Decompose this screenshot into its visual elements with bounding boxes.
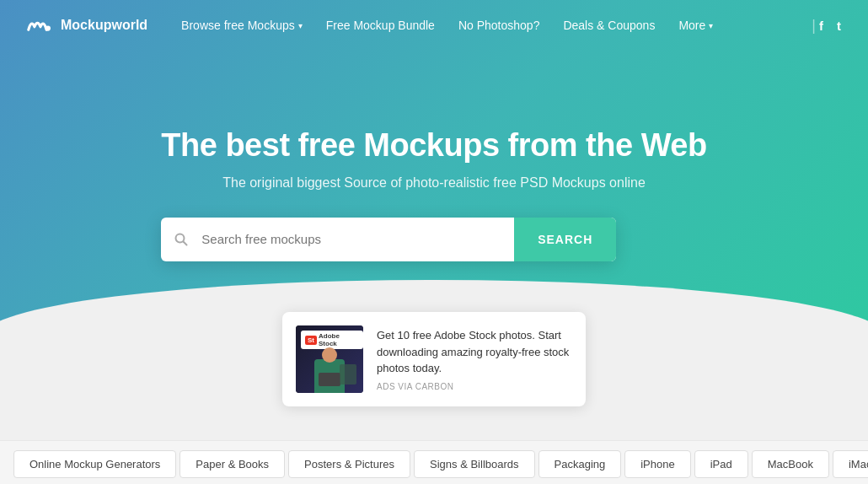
nav-no-photoshop[interactable]: No Photoshop?	[458, 19, 540, 32]
facebook-link[interactable]: f	[819, 19, 823, 33]
twitter-link[interactable]: t	[837, 19, 841, 33]
svg-line-2	[184, 241, 187, 245]
chevron-down-icon-more: ▾	[709, 21, 713, 30]
hero-subtitle: The original biggest Source of photo-rea…	[161, 175, 706, 191]
logo-icon	[27, 16, 54, 35]
nav-social: f t	[819, 19, 841, 33]
search-input[interactable]	[201, 232, 514, 246]
nav-mockup-bundle[interactable]: Free Mockup Bundle	[326, 19, 435, 32]
category-item[interactable]: iPhone	[624, 450, 690, 478]
category-item[interactable]: iMac	[833, 450, 868, 478]
ad-text-area: Get 10 free Adobe Stock photos. Start do…	[377, 327, 572, 391]
search-button[interactable]: SEARCH	[514, 218, 616, 261]
category-item[interactable]: Online Mockup Generators	[13, 450, 176, 478]
chevron-down-icon: ▾	[298, 21, 303, 30]
category-item[interactable]: Posters & Pictures	[288, 450, 410, 478]
category-item[interactable]: iPad	[694, 450, 748, 478]
search-icon	[161, 233, 201, 246]
nav-browse-mockups[interactable]: Browse free Mockups ▾	[181, 19, 303, 32]
nav-more[interactable]: More ▾	[678, 19, 713, 32]
category-item[interactable]: MacBook	[752, 450, 829, 478]
navbar: Mockupworld Browse free Mockups ▾ Free M…	[0, 0, 868, 51]
category-item[interactable]: Packaging	[538, 450, 622, 478]
hero-content: The best free Mockups from the Web The o…	[161, 102, 706, 261]
ad-card[interactable]: St Adobe Stock Get 10 free Adobe Stock p…	[282, 312, 586, 406]
ad-via: ADS VIA CARBON	[377, 382, 572, 391]
category-item[interactable]: Signs & Billboards	[414, 450, 535, 478]
search-bar: SEARCH	[161, 218, 616, 261]
hero-section: The best free Mockups from the Web The o…	[0, 0, 868, 363]
logo-text: Mockupworld	[61, 18, 147, 33]
category-item[interactable]: Paper & Books	[179, 450, 285, 478]
nav-deals-coupons[interactable]: Deals & Coupons	[563, 19, 655, 32]
logo-link[interactable]: Mockupworld	[27, 16, 147, 35]
ad-text: Get 10 free Adobe Stock photos. Start do…	[377, 327, 572, 377]
svg-point-0	[46, 25, 51, 30]
nav-divider: |	[812, 17, 816, 35]
ad-section: St Adobe Stock Get 10 free Adobe Stock p…	[0, 312, 868, 423]
hero-title: The best free Mockups from the Web	[161, 127, 706, 164]
ad-image: St Adobe Stock	[296, 325, 363, 393]
nav-links: Browse free Mockups ▾ Free Mockup Bundle…	[181, 19, 808, 32]
category-bar: Online Mockup GeneratorsPaper & BooksPos…	[0, 440, 868, 484]
